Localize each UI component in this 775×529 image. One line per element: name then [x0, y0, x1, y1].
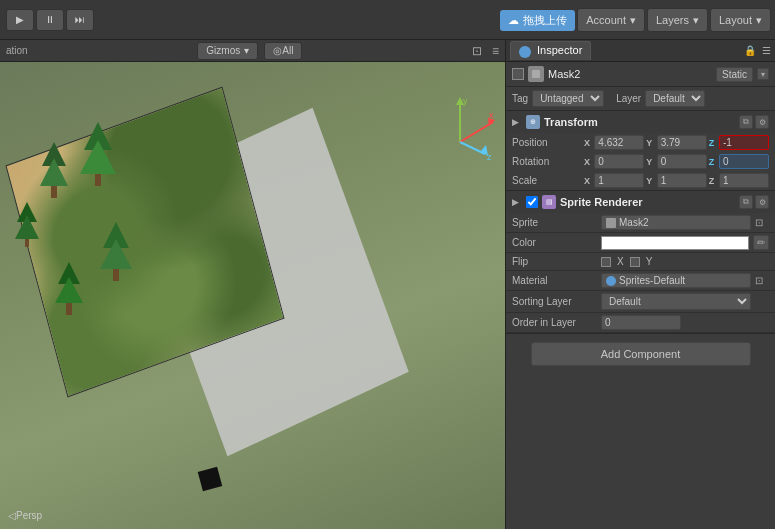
- rotation-label: Rotation: [512, 156, 582, 167]
- color-box[interactable]: [601, 236, 749, 250]
- svg-line-6: [460, 142, 485, 154]
- tab-inspector[interactable]: Inspector: [510, 41, 591, 59]
- scene-view: ation Gizmos ▾ ◎All ⊡ ≡: [0, 40, 505, 529]
- pos-y-axis: Y: [646, 138, 654, 148]
- flip-field: Flip X Y: [506, 253, 775, 271]
- tag-select[interactable]: Untagged: [532, 90, 604, 107]
- pos-z-axis: Z: [709, 138, 717, 148]
- tag-layer-row: Tag Untagged Layer Default: [506, 87, 775, 111]
- inspector-tab-icon: [519, 46, 531, 58]
- position-label: Position: [512, 137, 582, 148]
- sprite-renderer-component: ▶ ▤ Sprite Renderer ⧉ ⚙ Sprite Mask2: [506, 191, 775, 334]
- tree-3: [15, 202, 39, 247]
- scale-z-input[interactable]: [719, 173, 769, 188]
- sprite-renderer-copy-btn[interactable]: ⧉: [739, 195, 753, 209]
- scale-y-input[interactable]: [657, 173, 707, 188]
- sprite-field: Sprite Mask2 ⊡: [506, 213, 775, 233]
- material-expand-btn[interactable]: ⊡: [755, 275, 769, 286]
- color-picker-area[interactable]: [601, 236, 749, 250]
- panel-menu-icon[interactable]: ☰: [762, 45, 771, 56]
- material-label: Material: [512, 275, 597, 286]
- upload-label: 拖拽上传: [523, 13, 567, 28]
- layout-dropdown[interactable]: Layout ▾: [710, 8, 771, 32]
- scene-canvas[interactable]: y x z ◁Persp: [0, 62, 505, 529]
- pos-x-axis: X: [584, 138, 592, 148]
- top-right-controls: ☁ 拖拽上传 Account ▾ Layers ▾ Layout ▾: [500, 0, 775, 40]
- sprite-expand-btn[interactable]: ⊡: [755, 217, 769, 228]
- inspector-tab-label: Inspector: [537, 44, 582, 56]
- scale-y-axis: Y: [646, 176, 654, 186]
- color-label: Color: [512, 237, 597, 248]
- play-button[interactable]: ▶: [6, 9, 34, 31]
- panel-lock-icon[interactable]: 🔒: [744, 45, 756, 56]
- static-dropdown[interactable]: ▾: [757, 68, 769, 80]
- layer-select[interactable]: Default: [645, 90, 705, 107]
- flip-y-checkbox[interactable]: [630, 257, 640, 267]
- sprite-renderer-settings-btn[interactable]: ⚙: [755, 195, 769, 209]
- object-active-checkbox[interactable]: [512, 68, 524, 80]
- sprite-renderer-icon: ▤: [542, 195, 556, 209]
- rot-y-input[interactable]: [657, 154, 707, 169]
- transform-copy-btn[interactable]: ⧉: [739, 115, 753, 129]
- object-name: Mask2: [548, 68, 712, 80]
- axis-gizmo: y x z: [425, 92, 495, 162]
- flip-label: Flip: [512, 256, 597, 267]
- rot-x-input[interactable]: [594, 154, 644, 169]
- transform-component: ▶ ⊕ Transform ⧉ ⚙ Position X Y Z: [506, 111, 775, 191]
- account-label: Account: [586, 14, 626, 26]
- right-panel: Inspector 🔒 ☰ Mask2 Static ▾: [505, 40, 775, 529]
- tree-5: [55, 262, 83, 315]
- rot-z-axis: Z: [709, 157, 717, 167]
- account-dropdown[interactable]: Account ▾: [577, 8, 645, 32]
- layers-arrow-icon: ▾: [693, 14, 699, 27]
- color-edit-btn[interactable]: ✏: [753, 235, 769, 250]
- pos-z-input[interactable]: [719, 135, 769, 150]
- layout-label: Layout: [719, 14, 752, 26]
- sprite-renderer-name: Sprite Renderer: [560, 196, 735, 208]
- top-bar: ▶ ⏸ ⏭ ☁ 拖拽上传 Account ▾ Layers ▾ Layout ▾: [0, 0, 775, 40]
- gizmos-arrow-icon: ▾: [244, 45, 249, 56]
- scale-label: Scale: [512, 175, 582, 186]
- rot-x-axis: X: [584, 157, 592, 167]
- scene-menu-icon[interactable]: ≡: [492, 44, 499, 58]
- maximize-icon[interactable]: ⊡: [472, 44, 482, 58]
- transform-icon: ⊕: [526, 115, 540, 129]
- transform-header[interactable]: ▶ ⊕ Transform ⧉ ⚙: [506, 111, 775, 133]
- step-button[interactable]: ⏭: [66, 9, 94, 31]
- gizmos-dropdown[interactable]: Gizmos ▾: [197, 42, 258, 60]
- rot-z-input[interactable]: [719, 154, 769, 169]
- layers-dropdown[interactable]: Layers ▾: [647, 8, 708, 32]
- scale-x-axis: X: [584, 176, 592, 186]
- sorting-layer-select[interactable]: Default: [601, 293, 751, 310]
- scene-label: ation: [6, 45, 28, 56]
- rotation-row: Rotation X Y Z: [506, 152, 775, 171]
- tree-4: [100, 222, 132, 281]
- all-dropdown[interactable]: ◎All: [264, 42, 302, 60]
- svg-text:z: z: [487, 152, 492, 162]
- add-component-button[interactable]: Add Component: [531, 342, 751, 366]
- svg-line-3: [460, 122, 493, 142]
- flip-x-checkbox[interactable]: [601, 257, 611, 267]
- pos-x-input[interactable]: [594, 135, 644, 150]
- scale-x-input[interactable]: [594, 173, 644, 188]
- material-value[interactable]: Sprites-Default: [601, 273, 751, 288]
- layers-label: Layers: [656, 14, 689, 26]
- sprite-renderer-checkbox[interactable]: [526, 196, 538, 208]
- color-field: Color ✏: [506, 233, 775, 253]
- sprite-value[interactable]: Mask2: [601, 215, 751, 230]
- sorting-layer-label: Sorting Layer: [512, 296, 597, 307]
- object-icon: [528, 66, 544, 82]
- cloud-icon: ☁: [508, 14, 519, 27]
- order-in-layer-label: Order in Layer: [512, 317, 597, 328]
- pause-button[interactable]: ⏸: [36, 9, 64, 31]
- svg-rect-10: [532, 70, 540, 78]
- pos-y-input[interactable]: [657, 135, 707, 150]
- upload-badge[interactable]: ☁ 拖拽上传: [500, 10, 575, 31]
- layout-arrow-icon: ▾: [756, 14, 762, 27]
- scene-toolbar: ation Gizmos ▾ ◎All ⊡ ≡: [0, 40, 505, 62]
- order-in-layer-input[interactable]: [601, 315, 681, 330]
- persp-label: ◁Persp: [8, 510, 42, 521]
- sprite-renderer-header[interactable]: ▶ ▤ Sprite Renderer ⧉ ⚙: [506, 191, 775, 213]
- flip-checkboxes: X Y: [601, 256, 652, 267]
- transform-settings-btn[interactable]: ⚙: [755, 115, 769, 129]
